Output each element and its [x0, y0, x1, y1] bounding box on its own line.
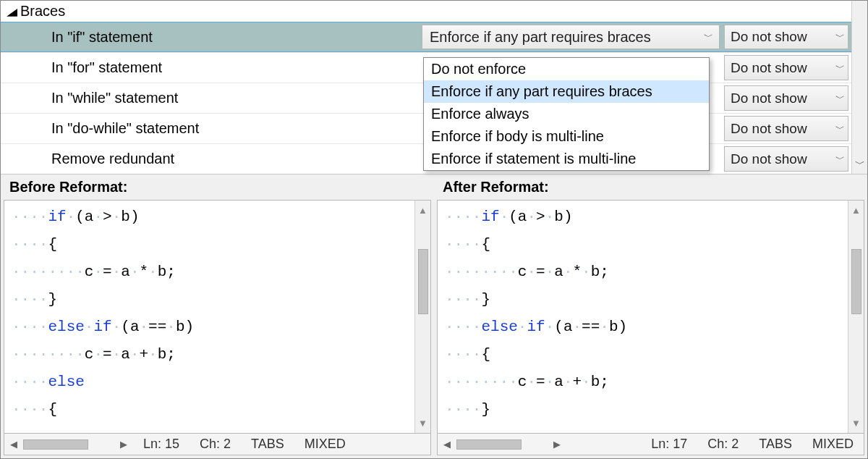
dropdown-option[interactable]: Enforce if statement is multi-line	[424, 148, 709, 170]
scroll-left-icon: ◀	[7, 439, 20, 450]
scroll-thumb[interactable]	[851, 249, 861, 314]
scroll-right-icon: ▶	[91, 439, 130, 450]
chevron-down-icon: ﹀	[835, 122, 845, 135]
rule-label: In "for" statement	[1, 53, 420, 83]
notify-value: Do not show	[731, 151, 831, 167]
editor-after[interactable]: ····if·(a·>·b)····{········c·=·a·*·b;···…	[437, 200, 864, 434]
status-ch: Ch: 2	[190, 437, 241, 452]
rule-label: In "do-while" statement	[1, 114, 420, 143]
dropdown-option[interactable]: Do not enforce	[424, 58, 709, 80]
scroll-down-icon: ▼	[851, 413, 861, 433]
preview-before: Before Reformat: ····if·(a·>·b)····{····…	[4, 174, 431, 455]
status-tabs: TABS	[749, 437, 802, 452]
collapse-icon: ◢	[7, 6, 17, 17]
status-bar-before: ◀ ▶ Ln: 15 Ch: 2 TABS MIXED	[4, 434, 431, 455]
enforce-combo[interactable]: Enforce if any part requires braces﹀	[422, 25, 720, 49]
rule-label: In "while" statement	[1, 83, 420, 113]
notify-value: Do not show	[731, 60, 831, 76]
scroll-thumb[interactable]	[418, 249, 428, 314]
notify-value: Do not show	[731, 121, 831, 137]
scroll-left-icon: ◀	[441, 439, 454, 450]
chevron-down-icon: ﹀	[855, 158, 865, 174]
rule-label: Remove redundant	[1, 144, 420, 174]
h-scroll-thumb[interactable]	[23, 439, 88, 450]
chevron-down-icon: ﹀	[835, 92, 845, 105]
scroll-down-icon: ▼	[418, 413, 427, 433]
rule-row[interactable]: In "if" statementEnforce if any part req…	[1, 22, 851, 52]
preview-after: After Reformat: ····if·(a·>·b)····{·····…	[437, 174, 864, 455]
h-scrollbar[interactable]: ◀ ▶	[438, 439, 566, 450]
h-scrollbar[interactable]: ◀ ▶	[4, 439, 133, 450]
status-ln: Ln: 17	[641, 437, 697, 452]
notify-combo[interactable]: Do not show﹀	[724, 25, 848, 49]
settings-panel: ◢ Braces In "if" statementEnforce if any…	[0, 0, 868, 459]
preview-area: Before Reformat: ····if·(a·>·b)····{····…	[1, 174, 867, 458]
notify-combo[interactable]: Do not show﹀	[724, 85, 848, 111]
editor-scrollbar[interactable]: ▲ ▼	[848, 201, 864, 433]
status-ch: Ch: 2	[697, 437, 749, 452]
dropdown-option[interactable]: Enforce if any part requires braces	[424, 80, 709, 103]
rules-scrollbar[interactable]: ﹀	[851, 1, 867, 174]
dropdown-option[interactable]: Enforce always	[424, 103, 709, 125]
chevron-down-icon: ﹀	[835, 153, 845, 166]
chevron-down-icon: ﹀	[835, 30, 845, 43]
section-header[interactable]: ◢ Braces	[1, 1, 851, 22]
status-mixed: MIXED	[802, 437, 864, 452]
status-ln: Ln: 15	[133, 437, 190, 452]
scroll-right-icon: ▶	[524, 439, 563, 450]
status-bar-after: ◀ ▶ Ln: 17 Ch: 2 TABS MIXED	[437, 434, 864, 455]
notify-value: Do not show	[731, 90, 831, 106]
notify-combo[interactable]: Do not show﹀	[724, 116, 848, 141]
preview-after-title: After Reformat:	[437, 174, 864, 200]
editor-scrollbar[interactable]: ▲ ▼	[414, 201, 430, 433]
notify-combo[interactable]: Do not show﹀	[724, 55, 848, 80]
enforce-dropdown[interactable]: Do not enforceEnforce if any part requir…	[423, 57, 710, 171]
preview-before-title: Before Reformat:	[4, 174, 431, 200]
section-title: Braces	[20, 3, 65, 20]
rules-area: ◢ Braces In "if" statementEnforce if any…	[1, 1, 867, 174]
chevron-down-icon: ﹀	[704, 30, 713, 43]
enforce-value: Enforce if any part requires braces	[430, 29, 699, 46]
editor-before[interactable]: ····if·(a·>·b)····{········c·=·a·*·b;···…	[4, 200, 431, 434]
notify-value: Do not show	[731, 29, 831, 45]
h-scroll-thumb[interactable]	[456, 439, 522, 450]
chevron-down-icon: ﹀	[835, 62, 845, 75]
scroll-up-icon: ▲	[418, 201, 427, 220]
notify-combo[interactable]: Do not show﹀	[724, 146, 848, 172]
scroll-up-icon: ▲	[851, 201, 861, 220]
rule-label: In "if" statement	[1, 22, 420, 51]
dropdown-option[interactable]: Enforce if body is multi-line	[424, 125, 709, 148]
status-mixed: MIXED	[294, 437, 356, 452]
status-tabs: TABS	[241, 437, 294, 452]
